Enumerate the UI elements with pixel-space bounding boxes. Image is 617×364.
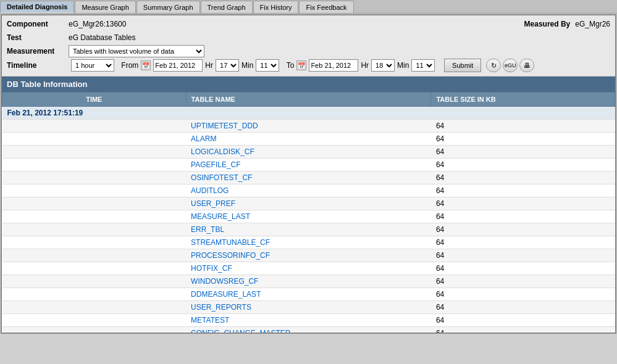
from-calendar-icon[interactable]: 📅 xyxy=(141,60,151,70)
table-head: TIME TABLE NAME TABLE SIZE IN KB xyxy=(2,93,615,107)
col-header-time: TIME xyxy=(2,93,187,107)
cell-table-name: PAGEFILE_CF xyxy=(186,159,431,172)
refresh-icon[interactable]: ↻ xyxy=(486,59,501,72)
cell-table-name: DDMEASURE_LAST xyxy=(186,288,431,301)
tab-fix-feedback[interactable]: Fix Feedback xyxy=(299,1,353,13)
cell-table-size: 64 xyxy=(431,197,615,210)
cell-table-size: 64 xyxy=(431,301,615,314)
table-row: AUDITLOG64 xyxy=(2,184,615,197)
cell-time xyxy=(2,314,187,327)
cell-table-size: 64 xyxy=(431,288,615,301)
cell-table-size: 64 xyxy=(431,133,615,146)
col-header-name: TABLE NAME xyxy=(186,93,431,107)
to-date-input[interactable] xyxy=(309,59,358,72)
cell-time xyxy=(2,275,187,288)
test-value: eG Database Tables xyxy=(69,33,136,42)
table-row: WINDOWSREG_CF64 xyxy=(2,275,615,288)
cell-table-size: 64 xyxy=(431,223,615,236)
cell-time xyxy=(2,249,187,262)
tab-fix-history[interactable]: Fix History xyxy=(253,1,299,13)
timeline-label: Timeline xyxy=(7,61,69,70)
info-section: Component eG_Mgr26:13600 Measured By eG_… xyxy=(2,15,615,77)
from-date-input[interactable] xyxy=(153,59,203,72)
table-row: DDMEASURE_LAST64 xyxy=(2,288,615,301)
print-icon[interactable]: 🖶 xyxy=(519,59,534,72)
data-table: TIME TABLE NAME TABLE SIZE IN KB Feb 21,… xyxy=(2,92,615,333)
table-row: USER_REPORTS64 xyxy=(2,301,615,314)
cell-table-name: PROCESSORINFO_CF xyxy=(186,249,431,262)
column-headers: TIME TABLE NAME TABLE SIZE IN KB xyxy=(2,93,615,107)
cell-time xyxy=(2,133,187,146)
timeline-select[interactable]: 1 hour xyxy=(71,59,114,72)
to-label: To xyxy=(287,61,295,70)
from-min-label: Min xyxy=(241,61,253,70)
submit-button[interactable]: Submit xyxy=(444,59,481,72)
timeline-row: Timeline 1 hour From 📅 Hr 17 Min 11 To 📅… xyxy=(7,59,610,72)
cell-table-name: STREAMTUNABLE_CF xyxy=(186,236,431,249)
tab-trend-graph[interactable]: Trend Graph xyxy=(201,1,253,13)
cell-table-name: USER_REPORTS xyxy=(186,301,431,314)
table-row: UPTIMETEST_DDD64 xyxy=(2,120,615,133)
cell-time xyxy=(2,210,187,223)
cell-table-name: OSINFOTEST_CF xyxy=(186,172,431,184)
test-row: Test eG Database Tables xyxy=(7,31,610,44)
cell-table-size: 64 xyxy=(431,236,615,249)
measurement-label: Measurement xyxy=(7,47,69,56)
cell-table-size: 64 xyxy=(431,249,615,262)
table-row: CONFIG_CHANGE_MASTER64 xyxy=(2,327,615,333)
to-calendar-icon[interactable]: 📅 xyxy=(296,60,306,70)
cell-table-name: AUDITLOG xyxy=(186,184,431,197)
cell-time xyxy=(2,146,187,159)
to-hr-label: Hr xyxy=(361,61,369,70)
tab-detailed-diagnosis[interactable]: Detailed Diagnosis xyxy=(0,1,74,13)
cell-table-name: MEASURE_LAST xyxy=(186,210,431,223)
cell-time xyxy=(2,288,187,301)
tab-summary-graph[interactable]: Summary Graph xyxy=(136,1,200,13)
col-header-size: TABLE SIZE IN KB xyxy=(431,93,615,107)
component-row: Component eG_Mgr26:13600 Measured By eG_… xyxy=(7,18,610,30)
cell-table-name: WINDOWSREG_CF xyxy=(186,275,431,288)
cell-time xyxy=(2,223,187,236)
cell-table-name: METATEST xyxy=(186,314,431,327)
cell-table-size: 64 xyxy=(431,159,615,172)
table-row: ERR_TBL64 xyxy=(2,223,615,236)
cell-table-name: HOTFIX_CF xyxy=(186,262,431,275)
table-row: USER_PREF64 xyxy=(2,197,615,210)
table-row: MEASURE_LAST64 xyxy=(2,210,615,223)
measured-by-value: eG_Mgr26 xyxy=(575,20,610,28)
measurement-select[interactable]: Tables with lowest volume of data xyxy=(69,45,204,57)
from-hr-label: Hr xyxy=(205,61,213,70)
cell-table-size: 64 xyxy=(431,120,615,133)
cell-table-name: USER_PREF xyxy=(186,197,431,210)
cell-table-size: 64 xyxy=(431,172,615,184)
cell-table-size: 64 xyxy=(431,210,615,223)
to-min-select[interactable]: 11 xyxy=(411,59,435,72)
cell-table-size: 64 xyxy=(431,275,615,288)
cell-table-size: 64 xyxy=(431,184,615,197)
table-body: Feb 21, 2012 17:51:19UPTIMETEST_DDD64ALA… xyxy=(2,107,615,333)
cell-time xyxy=(2,327,187,333)
from-hr-select[interactable]: 17 xyxy=(216,59,239,72)
cell-time xyxy=(2,197,187,210)
to-min-label: Min xyxy=(397,61,409,70)
icon-buttons: ↻ eGU 🖶 xyxy=(486,59,534,72)
test-label: Test xyxy=(7,33,69,42)
cell-table-name: ALARM xyxy=(186,133,431,146)
date-group-row: Feb 21, 2012 17:51:19 xyxy=(2,107,615,120)
measured-by-label: Measured By xyxy=(524,20,571,28)
cell-time xyxy=(2,236,187,249)
cell-table-size: 64 xyxy=(431,327,615,333)
cell-table-name: UPTIMETEST_DDD xyxy=(186,120,431,133)
tab-measure-graph[interactable]: Measure Graph xyxy=(75,1,135,13)
from-min-select[interactable]: 11 xyxy=(256,59,279,72)
cell-time xyxy=(2,301,187,314)
settings-icon[interactable]: eGU xyxy=(503,59,518,72)
cell-time xyxy=(2,172,187,184)
to-hr-select[interactable]: 18 xyxy=(371,59,395,72)
cell-table-name: LOGICALDISK_CF xyxy=(186,146,431,159)
db-table-header: DB Table Information xyxy=(2,77,615,92)
cell-time xyxy=(2,120,187,133)
table-row: PROCESSORINFO_CF64 xyxy=(2,249,615,262)
table-container[interactable]: TIME TABLE NAME TABLE SIZE IN KB Feb 21,… xyxy=(2,92,615,333)
table-row: LOGICALDISK_CF64 xyxy=(2,146,615,159)
